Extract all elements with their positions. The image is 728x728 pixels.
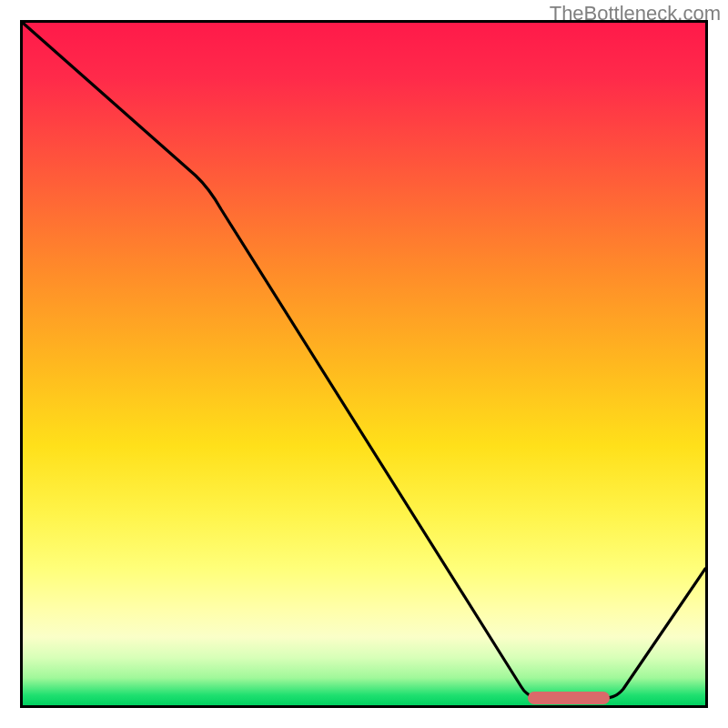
watermark-label: TheBottleneck.com [550, 2, 721, 25]
curve-line [23, 23, 705, 698]
chart-frame [20, 20, 708, 708]
chart-overlay [23, 23, 705, 705]
optimal-marker [528, 692, 610, 704]
